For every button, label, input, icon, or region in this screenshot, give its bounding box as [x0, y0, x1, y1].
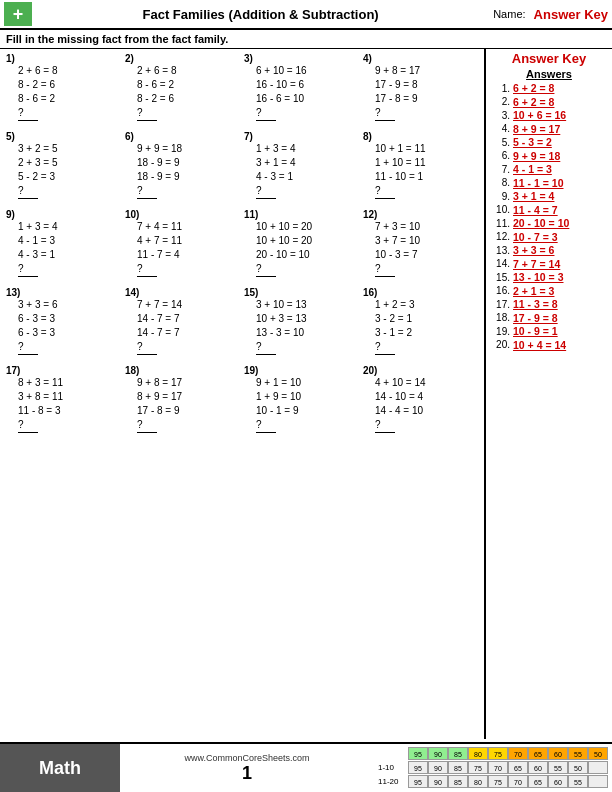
- problem-15: 15) 3 + 10 = 13 10 + 3 = 13 13 - 3 = 10 …: [242, 286, 361, 356]
- page-title: Fact Families (Addition & Subtraction): [38, 7, 483, 22]
- problem-20: 20) 4 + 10 = 14 14 - 10 = 4 14 - 4 = 10 …: [361, 364, 480, 434]
- answer-item: 4.8 + 9 = 17: [490, 123, 608, 135]
- answer-blank-8[interactable]: ?: [375, 184, 395, 199]
- problem-10: 10) 7 + 4 = 11 4 + 7 = 11 11 - 7 = 4 ?: [123, 208, 242, 278]
- score-row-11-20: 11-20 95 90 85 80 75 70 65 60 55: [378, 775, 608, 788]
- answer-blank-14[interactable]: ?: [137, 340, 157, 355]
- answer-item: 9.3 + 1 = 4: [490, 190, 608, 202]
- answer-blank-20[interactable]: ?: [375, 418, 395, 433]
- answer-item: 20.10 + 4 = 14: [490, 339, 608, 351]
- answer-item: 19.10 - 9 = 1: [490, 325, 608, 337]
- answer-item: 10.11 - 4 = 7: [490, 204, 608, 216]
- answer-item: 3.10 + 6 = 16: [490, 109, 608, 121]
- score-row-1-10: 1-10 95 90 85 75 70 65 60 55 50: [378, 761, 608, 774]
- problem-8: 8) 10 + 1 = 11 1 + 10 = 11 11 - 10 = 1 ?: [361, 130, 480, 200]
- main-body: 1) 2 + 6 = 8 8 - 2 = 6 8 - 6 = 2 ? 2) 2 …: [0, 49, 612, 739]
- answer-blank-3[interactable]: ?: [256, 106, 276, 121]
- answer-key-header: Answer Key: [490, 51, 608, 66]
- answer-item: 12.10 - 7 = 3: [490, 231, 608, 243]
- answer-blank-15[interactable]: ?: [256, 340, 276, 355]
- footer-math-label: Math: [0, 744, 120, 792]
- answer-blank-9[interactable]: ?: [18, 262, 38, 277]
- answer-blank-17[interactable]: ?: [18, 418, 38, 433]
- problem-19: 19) 9 + 1 = 10 1 + 9 = 10 10 - 1 = 9 ?: [242, 364, 361, 434]
- problem-9: 9) 1 + 3 = 4 4 - 1 = 3 4 - 3 = 1 ?: [4, 208, 123, 278]
- answer-item: 13.3 + 3 = 6: [490, 244, 608, 256]
- logo-icon: [4, 2, 32, 26]
- problem-12: 12) 7 + 3 = 10 3 + 7 = 10 10 - 3 = 7 ?: [361, 208, 480, 278]
- problem-7: 7) 1 + 3 = 4 3 + 1 = 4 4 - 3 = 1 ?: [242, 130, 361, 200]
- answer-blank-6[interactable]: ?: [137, 184, 157, 199]
- answer-list: 1.6 + 2 = 82.6 + 2 = 83.10 + 6 = 164.8 +…: [490, 82, 608, 351]
- answer-item: 15.13 - 10 = 3: [490, 271, 608, 283]
- problem-5: 5) 3 + 2 = 5 2 + 3 = 5 5 - 2 = 3 ?: [4, 130, 123, 200]
- answer-blank-10[interactable]: ?: [137, 262, 157, 277]
- answer-item: 2.6 + 2 = 8: [490, 96, 608, 108]
- answer-item: 1.6 + 2 = 8: [490, 82, 608, 94]
- answer-key-section: Answer Key Answers 1.6 + 2 = 82.6 + 2 = …: [484, 49, 612, 739]
- problem-row-2: 5) 3 + 2 = 5 2 + 3 = 5 5 - 2 = 3 ? 6) 9 …: [4, 130, 480, 200]
- problem-1: 1) 2 + 6 = 8 8 - 2 = 6 8 - 6 = 2 ?: [4, 52, 123, 122]
- instruction: Fill in the missing fact from the fact f…: [0, 30, 612, 49]
- answer-item: 8.11 - 1 = 10: [490, 177, 608, 189]
- problem-16: 16) 1 + 2 = 3 3 - 2 = 1 3 - 1 = 2 ?: [361, 286, 480, 356]
- problem-2: 2) 2 + 6 = 8 8 - 6 = 2 8 - 2 = 6 ?: [123, 52, 242, 122]
- problem-11: 11) 10 + 10 = 20 10 + 10 = 20 20 - 10 = …: [242, 208, 361, 278]
- answer-blank-13[interactable]: ?: [18, 340, 38, 355]
- answer-item: 6.9 + 9 = 18: [490, 150, 608, 162]
- answer-item: 5.5 - 3 = 2: [490, 136, 608, 148]
- footer-website: www.CommonCoreSheets.com: [184, 753, 309, 763]
- answer-item: 17.11 - 3 = 8: [490, 298, 608, 310]
- problem-17: 17) 8 + 3 = 11 3 + 8 = 11 11 - 8 = 3 ?: [4, 364, 123, 434]
- problem-4: 4) 9 + 8 = 17 17 - 9 = 8 17 - 8 = 9 ?: [361, 52, 480, 122]
- answers-label: Answers: [490, 68, 608, 80]
- score-row-header: 95 90 85 80 75 70 65 60 55 50: [378, 747, 608, 760]
- problem-13: 13) 3 + 3 = 6 6 - 3 = 3 6 - 3 = 3 ?: [4, 286, 123, 356]
- problem-14: 14) 7 + 7 = 14 14 - 7 = 7 14 - 7 = 7 ?: [123, 286, 242, 356]
- answer-blank-19[interactable]: ?: [256, 418, 276, 433]
- answer-item: 18.17 - 9 = 8: [490, 312, 608, 324]
- footer-center: www.CommonCoreSheets.com 1: [120, 744, 374, 792]
- answer-blank-5[interactable]: ?: [18, 184, 38, 199]
- problem-18: 18) 9 + 8 = 17 8 + 9 = 17 17 - 8 = 9 ?: [123, 364, 242, 434]
- header: Fact Families (Addition & Subtraction) N…: [0, 0, 612, 30]
- answer-key-label: Answer Key: [534, 7, 608, 22]
- problem-row-5: 17) 8 + 3 = 11 3 + 8 = 11 11 - 8 = 3 ? 1…: [4, 364, 480, 434]
- answer-item: 11.20 - 10 = 10: [490, 217, 608, 229]
- answer-blank-12[interactable]: ?: [375, 262, 395, 277]
- answer-blank-2[interactable]: ?: [137, 106, 157, 121]
- problem-row-3: 9) 1 + 3 = 4 4 - 1 = 3 4 - 3 = 1 ? 10) 7…: [4, 208, 480, 278]
- answer-blank-1[interactable]: ?: [18, 106, 38, 121]
- footer-page-number: 1: [242, 763, 252, 784]
- problem-row-1: 1) 2 + 6 = 8 8 - 2 = 6 8 - 6 = 2 ? 2) 2 …: [4, 52, 480, 122]
- footer-scores: 95 90 85 80 75 70 65 60 55 50 1-10 95 90…: [374, 744, 612, 792]
- answer-item: 7.4 - 1 = 3: [490, 163, 608, 175]
- problem-3: 3) 6 + 10 = 16 16 - 10 = 6 16 - 6 = 10 ?: [242, 52, 361, 122]
- answer-blank-18[interactable]: ?: [137, 418, 157, 433]
- answer-blank-11[interactable]: ?: [256, 262, 276, 277]
- problems-area: 1) 2 + 6 = 8 8 - 2 = 6 8 - 6 = 2 ? 2) 2 …: [0, 49, 484, 739]
- answer-item: 14.7 + 7 = 14: [490, 258, 608, 270]
- answer-blank-7[interactable]: ?: [256, 184, 276, 199]
- answer-blank-4[interactable]: ?: [375, 106, 395, 121]
- problem-6: 6) 9 + 9 = 18 18 - 9 = 9 18 - 9 = 9 ?: [123, 130, 242, 200]
- name-label: Name:: [493, 8, 525, 20]
- answer-item: 16.2 + 1 = 3: [490, 285, 608, 297]
- problem-row-4: 13) 3 + 3 = 6 6 - 3 = 3 6 - 3 = 3 ? 14) …: [4, 286, 480, 356]
- footer: Math www.CommonCoreSheets.com 1 95 90 85…: [0, 742, 612, 792]
- answer-blank-16[interactable]: ?: [375, 340, 395, 355]
